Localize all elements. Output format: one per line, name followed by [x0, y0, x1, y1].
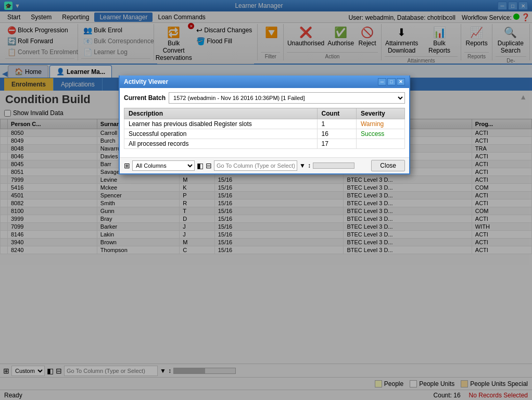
modal-cell-count: 17	[317, 139, 356, 149]
modal-restore-button[interactable]: □	[387, 78, 396, 85]
modal-cell-count: 1	[317, 119, 356, 129]
modal-title-bar: Activity Viewer ─ □ ✕	[120, 76, 409, 88]
modal-col-count: Count	[317, 108, 356, 119]
modal-table-row[interactable]: All processed records 17	[124, 139, 405, 149]
modal-grid-icon[interactable]: ⊞	[124, 161, 130, 170]
modal-cell-severity: Warning	[356, 119, 404, 129]
batch-label: Current Batch	[124, 94, 166, 102]
modal-table-row[interactable]: Learner has previous disabled Register s…	[124, 119, 405, 129]
modal-cell-severity: Success	[356, 129, 404, 139]
modal-expand-icon[interactable]: ↕	[308, 162, 311, 169]
modal-cell-count: 16	[317, 129, 356, 139]
batch-row: Current Batch 1572 (webadmin - Nov 16 20…	[124, 92, 405, 104]
modal-cell-description: Learner has previous disabled Register s…	[124, 119, 318, 129]
modal-cell-description: All processed records	[124, 139, 318, 149]
batch-select[interactable]: 1572 (webadmin - Nov 16 2016 10:36PM) [1…	[169, 92, 405, 104]
modal-table-body: Learner has previous disabled Register s…	[124, 119, 405, 149]
modal-column-filter-dropdown[interactable]: All Columns	[132, 160, 195, 171]
modal-body: Current Batch 1572 (webadmin - Nov 16 20…	[120, 88, 409, 157]
modal-grid-opt1-icon[interactable]: ◧	[197, 161, 204, 170]
modal-nav-dropdown-icon[interactable]: ▼	[299, 162, 306, 169]
modal-close-main-button[interactable]: Close	[371, 160, 405, 171]
modal-scrollbar[interactable]	[313, 162, 354, 169]
modal-footer: ⊞ All Columns ◧ ⊟ ▼ ↕ Close	[120, 157, 409, 173]
modal-column-nav-input[interactable]	[214, 160, 297, 171]
modal-overlay: Activity Viewer ─ □ ✕ Current Batch 1572…	[0, 0, 532, 400]
modal-cell-severity	[356, 139, 404, 149]
modal-header-row: Description Count Severity	[124, 108, 405, 119]
modal-title: Activity Viewer	[124, 78, 168, 85]
modal-close-button[interactable]: ✕	[397, 78, 405, 85]
modal-col-severity: Severity	[356, 108, 404, 119]
modal-cell-description: Successful operation	[124, 129, 318, 139]
modal-minimize-button[interactable]: ─	[378, 78, 386, 85]
modal-table: Description Count Severity Learner has p…	[124, 108, 405, 149]
modal-col-description: Description	[124, 108, 318, 119]
modal-table-row[interactable]: Successful operation 16 Success	[124, 129, 405, 139]
modal-grid-opt2-icon[interactable]: ⊟	[206, 161, 212, 170]
activity-viewer-modal: Activity Viewer ─ □ ✕ Current Batch 1572…	[119, 76, 410, 174]
